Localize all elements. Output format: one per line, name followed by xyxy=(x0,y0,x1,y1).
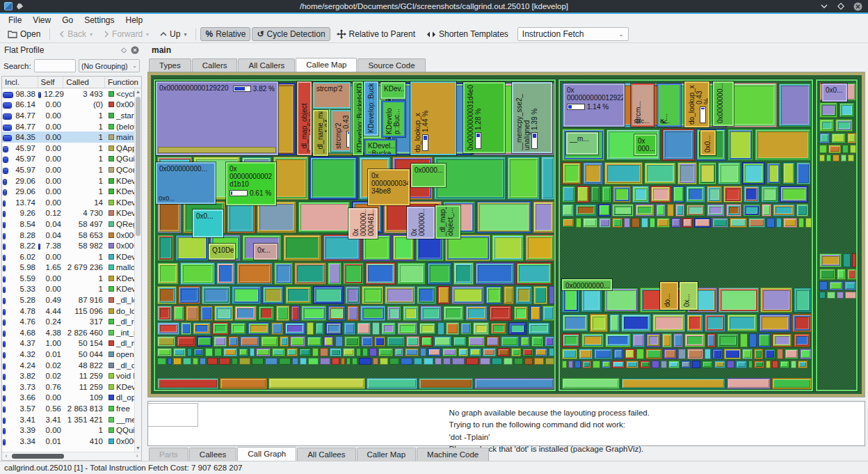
treemap-cell[interactable] xyxy=(220,378,267,389)
treemap-cell[interactable] xyxy=(727,314,757,332)
treemap-cell[interactable] xyxy=(378,348,393,356)
treemap-cell[interactable] xyxy=(842,145,849,153)
treemap-cell[interactable] xyxy=(466,358,479,365)
treemap-cell[interactable] xyxy=(372,322,380,335)
treemap-cell[interactable] xyxy=(724,349,741,359)
event-type-select[interactable]: Instruction Fetch⌄ xyxy=(517,27,629,41)
treemap-cell[interactable] xyxy=(279,358,291,365)
treemap-cell[interactable] xyxy=(545,336,554,347)
treemap-cell[interactable] xyxy=(312,348,319,356)
treemap-cell[interactable] xyxy=(819,155,825,161)
treemap-cell[interactable] xyxy=(727,83,777,127)
treemap-cell[interactable] xyxy=(645,349,662,359)
table-row[interactable]: 3.660.00109dl_open_w... xyxy=(2,393,141,404)
treemap-cell-labeled[interactable]: 0x00000000001292203.82 % xyxy=(156,81,278,155)
treemap-cell[interactable] xyxy=(474,378,554,389)
treemap-cell[interactable] xyxy=(673,333,683,347)
treemap-cell[interactable] xyxy=(328,262,341,285)
scrollbar-thumb[interactable] xyxy=(12,454,64,459)
treemap-cell[interactable] xyxy=(397,262,426,285)
treemap-cell[interactable] xyxy=(602,361,611,368)
treemap-cell[interactable] xyxy=(419,378,473,389)
treemap-cell[interactable] xyxy=(193,358,198,365)
treemap-cell[interactable] xyxy=(583,162,603,184)
treemap-cell[interactable] xyxy=(328,306,346,321)
treemap-cell[interactable] xyxy=(443,358,451,365)
treemap-cell[interactable] xyxy=(193,322,211,335)
treemap-cell[interactable] xyxy=(492,235,524,261)
treemap-cell-labeled[interactable]: 0x00000000... xyxy=(562,279,612,290)
treemap-cell[interactable] xyxy=(256,348,271,356)
minimize-button[interactable] xyxy=(819,1,829,11)
treemap-cell-labeled[interactable]: 0x0... xyxy=(700,130,716,155)
treemap-cell[interactable] xyxy=(562,162,581,184)
treemap-cell[interactable] xyxy=(728,129,753,161)
table-row[interactable]: 3.340.014100x0000000... xyxy=(2,436,141,447)
column-header-self[interactable]: Self xyxy=(38,77,64,88)
up-button[interactable]: Up▾ xyxy=(155,27,191,41)
treemap-cell[interactable] xyxy=(533,286,547,304)
treemap-cell[interactable] xyxy=(792,314,812,332)
treemap-cell[interactable] xyxy=(535,348,547,356)
treemap-cell[interactable] xyxy=(798,218,804,228)
treemap-cell[interactable] xyxy=(780,361,789,368)
treemap-cell[interactable] xyxy=(300,358,307,365)
treemap-cell[interactable] xyxy=(740,333,748,347)
treemap-cell[interactable] xyxy=(268,378,365,389)
treemap-cell-labeled[interactable]: 0x 00000000001292201.14 % xyxy=(563,84,625,127)
treemap-cell-labeled[interactable]: 0x 000... xyxy=(634,134,657,155)
treemap-cell[interactable] xyxy=(310,157,357,200)
treemap-cell[interactable] xyxy=(387,336,405,347)
treemap-cell[interactable] xyxy=(343,262,364,285)
treemap-cell[interactable] xyxy=(214,306,233,321)
tab-caller-map[interactable]: Caller Map xyxy=(357,448,417,461)
treemap-cell[interactable] xyxy=(590,314,608,332)
treemap-cell[interactable] xyxy=(307,322,314,335)
treemap-cell[interactable] xyxy=(403,306,419,321)
treemap-cell[interactable] xyxy=(344,336,360,347)
treemap-cell[interactable] xyxy=(847,269,856,280)
treemap-cell[interactable] xyxy=(173,348,186,356)
treemap-cell[interactable] xyxy=(667,204,674,216)
treemap-cell[interactable] xyxy=(362,348,368,356)
treemap-cell[interactable] xyxy=(782,162,795,184)
treemap-cell[interactable] xyxy=(437,286,450,304)
treemap-cell[interactable] xyxy=(727,361,734,368)
treemap-cell[interactable] xyxy=(828,145,841,153)
treemap-cell[interactable] xyxy=(549,286,554,304)
treemap-cell-labeled[interactable]: 0x 000000... xyxy=(407,207,435,239)
treemap-cell[interactable] xyxy=(389,358,399,365)
treemap-cell[interactable] xyxy=(292,358,298,365)
treemap-cell[interactable] xyxy=(197,336,212,347)
treemap-cell[interactable] xyxy=(511,348,521,356)
treemap-cell[interactable] xyxy=(694,218,711,228)
treemap-cell[interactable] xyxy=(562,378,620,389)
treemap-cell[interactable] xyxy=(362,286,383,304)
treemap-cell[interactable] xyxy=(515,286,532,304)
treemap-cell-labeled[interactable]: KDevelo p::Buc... xyxy=(382,101,405,137)
table-row[interactable]: 84.350.001main xyxy=(2,132,141,143)
treemap-cell[interactable] xyxy=(173,358,182,365)
treemap-cell[interactable] xyxy=(712,218,728,228)
treemap-cell[interactable] xyxy=(562,314,588,332)
treemap-cell[interactable] xyxy=(624,218,630,228)
table-row[interactable]: 5.280.4987 916_dl_lookup... xyxy=(2,294,141,306)
treemap-cell[interactable] xyxy=(723,186,742,203)
treemap-cell[interactable] xyxy=(420,348,426,356)
treemap-cell[interactable] xyxy=(664,349,677,359)
treemap-cell[interactable] xyxy=(175,235,209,261)
menu-settings[interactable]: Settings xyxy=(79,15,120,26)
treemap-cell[interactable] xyxy=(381,322,396,335)
treemap-cell[interactable] xyxy=(177,336,195,347)
treemap-cell[interactable] xyxy=(294,262,326,285)
treemap-cell[interactable] xyxy=(453,262,474,285)
table-row[interactable]: 84.770.001(below main) xyxy=(2,121,141,132)
treemap-cell[interactable] xyxy=(533,201,554,233)
treemap-cell[interactable] xyxy=(833,155,839,161)
treemap-cell[interactable] xyxy=(374,336,385,347)
treemap-cell[interactable] xyxy=(323,336,334,347)
treemap-cell[interactable] xyxy=(677,162,697,184)
treemap-cell[interactable] xyxy=(435,358,442,365)
treemap-cell[interactable] xyxy=(298,201,351,233)
treemap-cell-labeled[interactable]: KDev... xyxy=(380,82,405,99)
